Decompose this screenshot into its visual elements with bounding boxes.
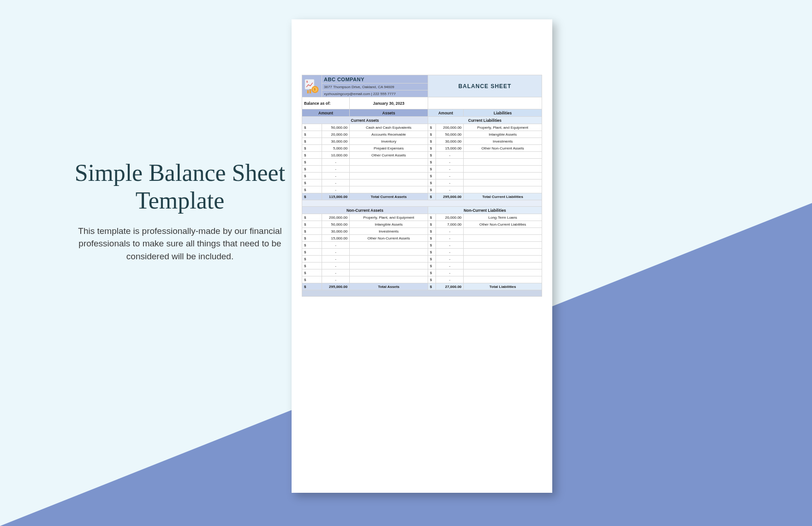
footer-bar <box>302 290 542 297</box>
row-amount: - <box>436 152 464 159</box>
row-label <box>464 152 542 159</box>
promo-description: This template is professionally-made by … <box>74 225 286 263</box>
currency-symbol: $ <box>302 124 322 131</box>
currency-symbol: $ <box>428 256 436 263</box>
promo-title: Simple Balance Sheet Template <box>74 159 286 215</box>
row-label <box>350 166 428 173</box>
currency-symbol: $ <box>428 166 436 173</box>
col-amount-left: Amount <box>302 109 350 117</box>
row-amount: - <box>322 263 350 269</box>
row-label <box>350 276 428 283</box>
row-amount: 15,000.00 <box>322 235 350 242</box>
company-logo-icon: $ $ <box>304 78 320 94</box>
row-label <box>464 242 542 249</box>
currency-symbol: $ <box>428 159 436 166</box>
currency-symbol: $ <box>302 283 322 290</box>
currency-symbol: $ <box>302 179 322 186</box>
row-amount: 30,000.00 <box>436 138 464 145</box>
row-label: Intangible Assets <box>350 221 428 228</box>
row-label <box>464 256 542 263</box>
balance-sheet-table: $ $ ABC COMPANY BALANCE SHEET 3677 Thomp… <box>302 75 542 297</box>
currency-symbol: $ <box>428 228 436 235</box>
total-current-assets-label: Total Current Assets <box>350 193 428 200</box>
row-label: Other Non-Current Assets <box>464 145 542 152</box>
row-label <box>464 159 542 166</box>
currency-symbol: $ <box>302 214 322 221</box>
row-label <box>350 263 428 269</box>
currency-symbol: $ <box>428 249 436 256</box>
col-liabilities: Liabilities <box>464 109 542 117</box>
section-current-liabilities: Current Liabilities <box>428 117 542 124</box>
currency-symbol: $ <box>302 242 322 249</box>
currency-symbol: $ <box>428 263 436 269</box>
total-liab-label: Total Liabilities <box>464 283 542 290</box>
currency-symbol: $ <box>302 145 322 152</box>
row-amount: - <box>322 269 350 276</box>
row-amount: - <box>436 235 464 242</box>
total-current-liab-label: Total Current Liabilities <box>464 193 542 200</box>
row-label: Other Current Assets <box>350 152 428 159</box>
currency-symbol: $ <box>428 186 436 193</box>
row-label: Inventory <box>350 138 428 145</box>
currency-symbol: $ <box>428 152 436 159</box>
row-label <box>464 269 542 276</box>
currency-symbol: $ <box>302 131 322 138</box>
currency-symbol: $ <box>302 138 322 145</box>
currency-symbol: $ <box>428 283 436 290</box>
row-label <box>350 249 428 256</box>
row-amount: 10,000.00 <box>322 152 350 159</box>
row-label <box>350 242 428 249</box>
row-amount: - <box>322 179 350 186</box>
row-label: Intangible Assets <box>464 131 542 138</box>
row-amount: 20,000.00 <box>322 131 350 138</box>
row-label <box>464 263 542 269</box>
row-label <box>464 276 542 283</box>
currency-symbol: $ <box>302 263 322 269</box>
document-title: BALANCE SHEET <box>428 75 542 97</box>
row-label <box>350 256 428 263</box>
row-amount: - <box>436 249 464 256</box>
col-amount-right: Amount <box>428 109 463 117</box>
currency-symbol: $ <box>428 193 436 200</box>
currency-symbol: $ <box>302 228 322 235</box>
svg-rect-5 <box>307 90 309 93</box>
currency-symbol: $ <box>302 166 322 173</box>
row-label <box>350 173 428 179</box>
row-amount: - <box>436 242 464 249</box>
row-amount: 50,000.00 <box>322 124 350 131</box>
currency-symbol: $ <box>302 249 322 256</box>
currency-symbol: $ <box>302 186 322 193</box>
currency-symbol: $ <box>428 242 436 249</box>
document-page: $ $ ABC COMPANY BALANCE SHEET 3677 Thomp… <box>292 19 552 493</box>
row-amount: - <box>436 166 464 173</box>
row-label <box>350 159 428 166</box>
row-amount: - <box>322 242 350 249</box>
row-label <box>464 166 542 173</box>
row-amount: 200,000.00 <box>322 214 350 221</box>
currency-symbol: $ <box>428 138 436 145</box>
company-address: 3677 Thompson Drive, Oakland, CA 94609 <box>322 84 428 90</box>
total-current-liab-amt: 295,000.00 <box>436 193 464 200</box>
row-label: Investments <box>464 138 542 145</box>
section-current-assets: Current Assets <box>302 117 428 124</box>
row-label: Property, Plant, and Equipment <box>464 124 542 131</box>
currency-symbol: $ <box>428 214 436 221</box>
row-amount: 7,000.00 <box>436 221 464 228</box>
svg-rect-6 <box>310 89 311 93</box>
row-amount: - <box>322 249 350 256</box>
currency-symbol: $ <box>302 269 322 276</box>
row-label: Prepaid Expenses <box>350 145 428 152</box>
total-assets-label: Total Assets <box>350 283 428 290</box>
row-label <box>464 249 542 256</box>
row-label: Accounts Receivable <box>350 131 428 138</box>
row-amount: 30,000.00 <box>322 228 350 235</box>
total-current-assets-amt: 115,000.00 <box>322 193 350 200</box>
row-amount: 20,000.00 <box>436 214 464 221</box>
row-amount: - <box>322 159 350 166</box>
currency-symbol: $ <box>302 152 322 159</box>
row-amount: 50,000.00 <box>436 131 464 138</box>
row-amount: - <box>436 186 464 193</box>
currency-symbol: $ <box>428 173 436 179</box>
currency-symbol: $ <box>428 269 436 276</box>
currency-symbol: $ <box>302 221 322 228</box>
